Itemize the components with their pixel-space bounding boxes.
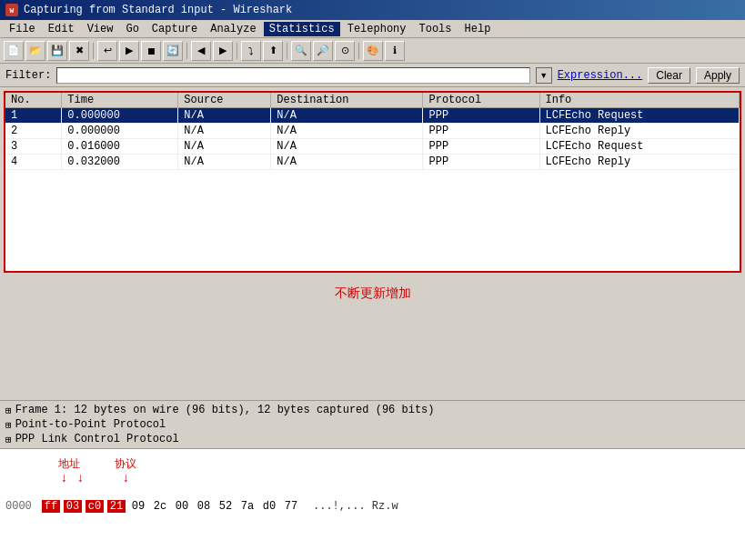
label-protocol: 协议 bbox=[115, 456, 136, 472]
menu-file[interactable]: File bbox=[4, 22, 41, 36]
cell-info: LCFEcho Request bbox=[539, 139, 740, 155]
table-header: No. Time Source Destination Protocol Inf… bbox=[5, 93, 740, 108]
cell-protocol: PPP bbox=[423, 108, 539, 124]
cell-no: 3 bbox=[5, 139, 62, 155]
hex-byte-1: 03 bbox=[64, 500, 82, 513]
expand-icon-1: ⊞ bbox=[5, 419, 12, 431]
table-row[interactable]: 2 0.000000 N/A N/A PPP LCFEcho Reply bbox=[5, 124, 740, 139]
toolbar-new[interactable]: 📄 bbox=[4, 41, 24, 61]
hex-offset-0: 0000 bbox=[5, 500, 38, 513]
col-protocol: Protocol bbox=[423, 93, 539, 108]
menu-help[interactable]: Help bbox=[459, 22, 497, 36]
cell-dst: N/A bbox=[271, 124, 423, 139]
toolbar-capture-restart[interactable]: 🔄 bbox=[163, 41, 183, 61]
hex-byte-9: 7a bbox=[238, 500, 257, 513]
cell-protocol: PPP bbox=[423, 124, 539, 139]
toolbar-open[interactable]: 📂 bbox=[25, 41, 45, 61]
detail-text-2: PPP Link Control Protocol bbox=[15, 433, 179, 445]
table-row[interactable]: 3 0.016000 N/A N/A PPP LCFEcho Request bbox=[5, 139, 740, 155]
toolbar-zoom-out[interactable]: 🔎 bbox=[313, 41, 333, 61]
cell-src: N/A bbox=[178, 124, 271, 139]
expression-link[interactable]: Expression... bbox=[558, 69, 643, 82]
toolbar-goto[interactable]: ⤵ bbox=[241, 41, 261, 61]
title-bar: W Capturing from Standard input - Wiresh… bbox=[0, 0, 745, 20]
hex-line-0: 0000 ff 03 c0 21 09 2c 00 08 52 7a d0 77… bbox=[5, 500, 740, 513]
packet-detail-area: ⊞ Frame 1: 12 bytes on wire (96 bits), 1… bbox=[0, 400, 745, 449]
hex-byte-4: 09 bbox=[129, 500, 147, 513]
sep2 bbox=[186, 43, 187, 59]
hex-byte-6: 00 bbox=[173, 500, 191, 513]
menu-go[interactable]: Go bbox=[120, 22, 144, 36]
detail-row-1[interactable]: ⊞ Point-to-Point Protocol bbox=[5, 417, 740, 432]
menu-tools[interactable]: Tools bbox=[414, 22, 458, 36]
hex-dump-area: 地址 协议 ↓ ↓ ↓ 0000 ff 03 c0 21 09 2c 00 08… bbox=[0, 449, 745, 560]
toolbar-close[interactable]: ✖ bbox=[69, 41, 89, 61]
cell-info: LCFEcho Request bbox=[539, 108, 740, 124]
detail-row-2[interactable]: ⊞ PPP Link Control Protocol bbox=[5, 432, 740, 446]
filter-input[interactable] bbox=[56, 67, 529, 84]
col-source: Source bbox=[178, 93, 271, 108]
toolbar-reload[interactable]: ↩ bbox=[97, 41, 117, 61]
hex-byte-3: 21 bbox=[107, 500, 126, 513]
toolbar-info[interactable]: ℹ bbox=[385, 41, 405, 61]
sep4 bbox=[287, 43, 287, 59]
cell-dst: N/A bbox=[271, 108, 423, 124]
clear-button[interactable]: Clear bbox=[648, 67, 690, 84]
sep3 bbox=[237, 43, 237, 59]
annotation-text: 不断更新增加 bbox=[18, 285, 727, 302]
hex-byte-8: 52 bbox=[216, 500, 235, 513]
table-row[interactable]: 1 0.000000 N/A N/A PPP LCFEcho Request bbox=[5, 108, 740, 124]
detail-row-0[interactable]: ⊞ Frame 1: 12 bytes on wire (96 bits), 1… bbox=[5, 403, 740, 417]
apply-button[interactable]: Apply bbox=[696, 67, 740, 84]
menu-bar: File Edit View Go Capture Analyze Statis… bbox=[0, 20, 745, 38]
col-time: Time bbox=[62, 93, 178, 108]
table-row[interactable]: 4 0.032000 N/A N/A PPP LCFEcho Reply bbox=[5, 155, 740, 170]
menu-view[interactable]: View bbox=[82, 22, 119, 36]
detail-text-1: Point-to-Point Protocol bbox=[15, 418, 166, 431]
sep5 bbox=[358, 43, 359, 59]
cell-protocol: PPP bbox=[423, 155, 539, 170]
toolbar-scroll-up[interactable]: ◀ bbox=[191, 41, 211, 61]
cell-src: N/A bbox=[178, 139, 271, 155]
detail-text-0: Frame 1: 12 bytes on wire (96 bits), 12 … bbox=[15, 404, 435, 416]
arrow-addr-1: ↓ bbox=[60, 471, 67, 485]
arrow-proto: ↓ bbox=[122, 471, 129, 485]
window-title: Capturing from Standard input - Wireshar… bbox=[24, 4, 292, 16]
cell-time: 0.032000 bbox=[62, 155, 178, 170]
annotation-area: 不断更新增加 bbox=[0, 276, 745, 400]
sep1 bbox=[93, 43, 94, 59]
toolbar-prev[interactable]: ⬆ bbox=[263, 41, 283, 61]
label-address: 地址 bbox=[58, 456, 80, 472]
cell-src: N/A bbox=[178, 108, 271, 124]
cell-no: 4 bbox=[5, 155, 62, 170]
filter-dropdown-button[interactable]: ▼ bbox=[536, 67, 552, 84]
menu-capture[interactable]: Capture bbox=[146, 22, 203, 36]
expand-icon-2: ⊞ bbox=[5, 434, 12, 445]
cell-src: N/A bbox=[178, 155, 271, 170]
cell-no: 1 bbox=[5, 108, 62, 124]
menu-statistics[interactable]: Statistics bbox=[264, 22, 340, 36]
cell-no: 2 bbox=[5, 124, 62, 139]
filter-label: Filter: bbox=[5, 69, 51, 82]
menu-edit[interactable]: Edit bbox=[43, 22, 80, 36]
col-destination: Destination bbox=[271, 93, 423, 108]
cell-time: 0.016000 bbox=[62, 139, 178, 155]
cell-time: 0.000000 bbox=[62, 124, 178, 139]
toolbar-zoom-in[interactable]: 🔍 bbox=[291, 41, 311, 61]
toolbar-save[interactable]: 💾 bbox=[47, 41, 67, 61]
hex-byte-7: 08 bbox=[195, 500, 213, 513]
hex-byte-5: 2c bbox=[151, 500, 169, 513]
menu-analyze[interactable]: Analyze bbox=[205, 22, 261, 36]
hex-byte-10: d0 bbox=[260, 500, 278, 513]
expand-icon-0: ⊞ bbox=[5, 405, 12, 416]
toolbar-scroll-fwd[interactable]: ▶ bbox=[213, 41, 233, 61]
col-no: No. bbox=[5, 93, 62, 108]
cell-protocol: PPP bbox=[423, 139, 539, 155]
toolbar-colorize[interactable]: 🎨 bbox=[363, 41, 383, 61]
toolbar-capture-start[interactable]: ▶ bbox=[119, 41, 139, 61]
menu-telephony[interactable]: Telephony bbox=[342, 22, 412, 36]
packet-table: No. Time Source Destination Protocol Inf… bbox=[5, 93, 740, 170]
toolbar-capture-stop[interactable]: ⏹ bbox=[141, 41, 161, 61]
main-area: No. Time Source Destination Protocol Inf… bbox=[0, 87, 745, 560]
toolbar-zoom-reset[interactable]: ⊙ bbox=[335, 41, 355, 61]
